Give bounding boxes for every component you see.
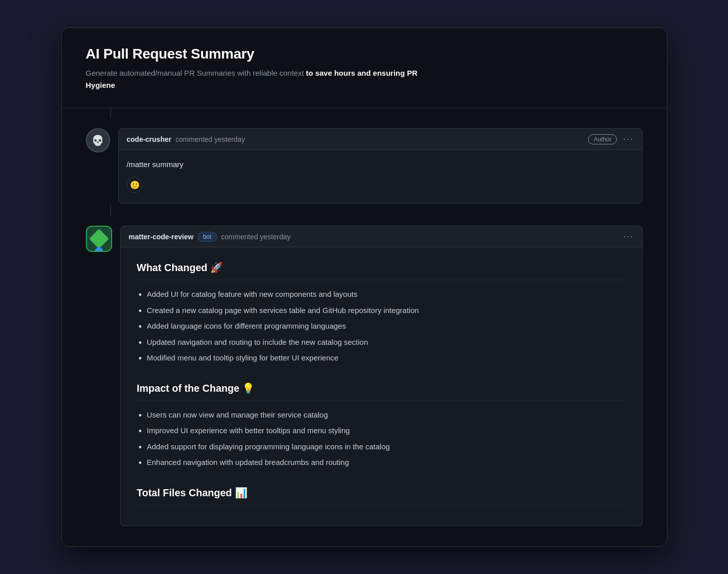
comment-time-1: commented yesterday (175, 135, 245, 143)
comment-dots-menu-1[interactable]: ··· (623, 134, 634, 144)
impact-list: Users can now view and manage their serv… (137, 407, 626, 471)
comment-header-2: matter-code-review bot commented yesterd… (121, 226, 642, 247)
app-header: AI Pull Request Summary Generate automat… (62, 28, 667, 108)
section-title-total-files: Total Files Changed 📊 (137, 487, 626, 505)
app-window: AI Pull Request Summary Generate automat… (61, 27, 667, 547)
author-badge: Author (588, 134, 617, 144)
list-item: Improved UI experience with better toolt… (147, 423, 626, 439)
list-item: Added support for displaying programming… (147, 439, 626, 455)
comment-author-2: matter-code-review (129, 233, 193, 241)
comment-header-1: code-crusher commented yesterday Author … (119, 129, 642, 150)
bot-badge: bot (198, 232, 217, 242)
list-item: Users can now view and manage their serv… (147, 407, 626, 423)
list-item: Enhanced navigation with updated breadcr… (147, 454, 626, 471)
comment-body-1: /matter summary 🙂 (119, 150, 642, 203)
comment-dots-menu-2[interactable]: ··· (623, 231, 634, 242)
avatar-bot (86, 226, 112, 252)
timeline: 💀 code-crusher commented yesterday Autho… (86, 108, 643, 526)
content-area: 💀 code-crusher commented yesterday Autho… (62, 108, 667, 546)
comment-bubble-2: matter-code-review bot commented yesterd… (120, 226, 643, 526)
comment-bubble-1: code-crusher commented yesterday Author … (118, 128, 643, 203)
list-item: Modified menu and tooltip styling for be… (147, 350, 626, 366)
comment-header-right-2: ··· (623, 231, 634, 242)
timeline-connector-line (110, 203, 111, 216)
list-item: Added UI for catalog feature with new co… (147, 286, 626, 302)
app-subtitle: Generate automated/manual PR Summaries w… (86, 67, 429, 91)
comment-author-1: code-crusher (127, 135, 172, 143)
comment-header-right-1: Author ··· (588, 134, 634, 144)
subtitle-text-start: Generate automated/manual PR Summaries w… (86, 69, 306, 77)
emoji-reaction-button[interactable]: 🙂 (127, 177, 143, 193)
comment-row-2: matter-code-review bot commented yesterd… (86, 216, 643, 526)
avatar-human: 💀 (86, 128, 110, 152)
comment-command: /matter summary (127, 160, 634, 169)
comment-time-2: commented yesterday (221, 233, 291, 241)
bot-avatar-inner (87, 227, 111, 251)
pr-summary-body: What Changed 🚀 Added UI for catalog feat… (121, 247, 642, 526)
comment-header-left-1: code-crusher commented yesterday (127, 135, 245, 143)
bot-diamond-icon (89, 229, 109, 249)
avatar-emoji: 💀 (91, 134, 104, 146)
list-item: Updated navigation and routing to includ… (147, 334, 626, 350)
what-changed-list: Added UI for catalog feature with new co… (137, 286, 626, 366)
app-title: AI Pull Request Summary (86, 46, 643, 62)
section-title-impact: Impact of the Change 💡 (137, 382, 626, 401)
comment-row-1: 💀 code-crusher commented yesterday Autho… (86, 118, 643, 203)
section-title-what-changed: What Changed 🚀 (137, 262, 626, 280)
timeline-line-top (110, 108, 111, 118)
comment-header-left-2: matter-code-review bot commented yesterd… (129, 232, 291, 242)
list-item: Added language icons for different progr… (147, 318, 626, 334)
list-item: Created a new catalog page with services… (147, 302, 626, 319)
